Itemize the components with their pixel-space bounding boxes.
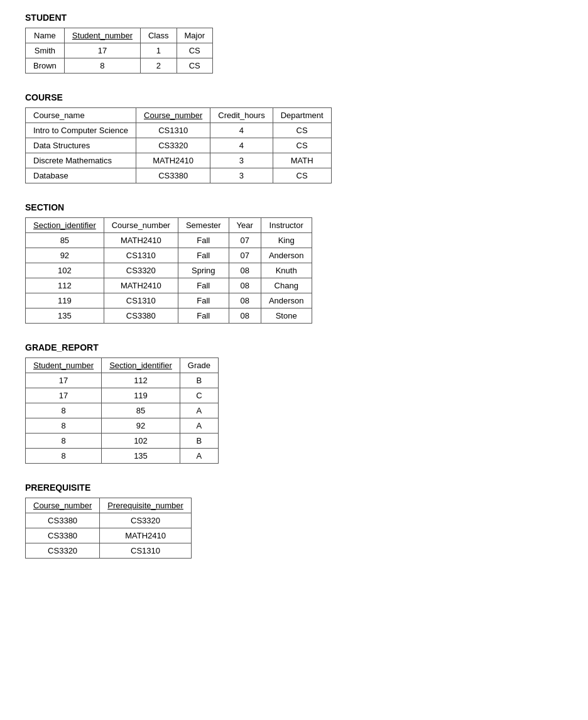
grade-report-title: GRADE_REPORT bbox=[25, 342, 563, 352]
table-cell: CS1310 bbox=[100, 543, 192, 559]
table-cell: Fall bbox=[178, 308, 229, 324]
table-cell: Discrete Mathematics bbox=[26, 153, 136, 168]
table-cell: 17 bbox=[26, 388, 102, 403]
table-cell: 8 bbox=[26, 434, 102, 449]
student-header-row: Name Student_number Class Major bbox=[26, 28, 213, 43]
table-cell: 8 bbox=[26, 418, 102, 434]
table-cell: 08 bbox=[229, 263, 261, 278]
table-cell: CS bbox=[273, 168, 331, 183]
table-cell: Fall bbox=[178, 293, 229, 308]
table-row: 8102B bbox=[26, 434, 219, 449]
course-col-dept: Department bbox=[273, 108, 331, 123]
table-cell: MATH2410 bbox=[104, 278, 178, 293]
prerequisite-header-row: Course_number Prerequisite_number bbox=[26, 498, 192, 513]
table-cell: Brown bbox=[26, 58, 65, 74]
student-table: Name Student_number Class Major Smith171… bbox=[25, 28, 213, 74]
table-cell: Anderson bbox=[261, 248, 312, 263]
student-col-name: Name bbox=[26, 28, 65, 43]
course-col-name: Course_name bbox=[26, 108, 136, 123]
grade-col-section: Section_identifier bbox=[102, 358, 180, 373]
table-row: DatabaseCS33803CS bbox=[26, 168, 332, 183]
section-table: Section_identifier Course_number Semeste… bbox=[25, 217, 312, 324]
table-cell: 112 bbox=[102, 373, 180, 388]
prereq-col-course: Course_number bbox=[26, 498, 100, 513]
table-cell: CS1310 bbox=[104, 293, 178, 308]
table-cell: B bbox=[180, 373, 218, 388]
table-cell: 08 bbox=[229, 278, 261, 293]
grade-col-grade: Grade bbox=[180, 358, 218, 373]
table-row: Intro to Computer ScienceCS13104CS bbox=[26, 123, 332, 138]
table-cell: 102 bbox=[102, 434, 180, 449]
table-cell: CS bbox=[177, 58, 213, 74]
student-col-number: Student_number bbox=[64, 28, 140, 43]
section-title: SECTION bbox=[25, 202, 563, 212]
table-cell: CS3380 bbox=[136, 168, 210, 183]
table-row: 92CS1310Fall07Anderson bbox=[26, 248, 312, 263]
grade-report-section: GRADE_REPORT Student_number Section_iden… bbox=[25, 342, 563, 464]
table-cell: Fall bbox=[178, 248, 229, 263]
table-row: Brown82CS bbox=[26, 58, 213, 74]
prereq-col-prereq: Prerequisite_number bbox=[100, 498, 192, 513]
table-cell: A bbox=[180, 403, 218, 418]
table-cell: 92 bbox=[26, 248, 104, 263]
table-cell: A bbox=[180, 449, 218, 464]
table-cell: MATH2410 bbox=[136, 153, 210, 168]
table-row: 885A bbox=[26, 403, 219, 418]
table-cell: 85 bbox=[102, 403, 180, 418]
table-row: Smith171CS bbox=[26, 43, 213, 58]
table-cell: 102 bbox=[26, 263, 104, 278]
table-cell: Data Structures bbox=[26, 138, 136, 153]
table-cell: CS bbox=[273, 123, 331, 138]
table-cell: 17 bbox=[26, 373, 102, 388]
table-cell: 8 bbox=[26, 449, 102, 464]
table-cell: Fall bbox=[178, 233, 229, 248]
table-cell: CS1310 bbox=[104, 248, 178, 263]
table-cell: CS3320 bbox=[136, 138, 210, 153]
table-cell: 135 bbox=[26, 308, 104, 324]
table-row: CS3380MATH2410 bbox=[26, 528, 192, 543]
table-cell: Chang bbox=[261, 278, 312, 293]
table-cell: Intro to Computer Science bbox=[26, 123, 136, 138]
table-row: Discrete MathematicsMATH24103MATH bbox=[26, 153, 332, 168]
table-cell: 4 bbox=[210, 138, 273, 153]
table-cell: 8 bbox=[26, 403, 102, 418]
table-cell: CS3320 bbox=[104, 263, 178, 278]
table-cell: Anderson bbox=[261, 293, 312, 308]
table-cell: 07 bbox=[229, 233, 261, 248]
table-cell: MATH2410 bbox=[100, 528, 192, 543]
table-cell: CS3380 bbox=[104, 308, 178, 324]
course-col-credits: Credit_hours bbox=[210, 108, 273, 123]
table-row: 112MATH2410Fall08Chang bbox=[26, 278, 312, 293]
section-header-row: Section_identifier Course_number Semeste… bbox=[26, 218, 312, 233]
table-row: 8135A bbox=[26, 449, 219, 464]
table-row: 135CS3380Fall08Stone bbox=[26, 308, 312, 324]
table-row: 85MATH2410Fall07King bbox=[26, 233, 312, 248]
table-cell: C bbox=[180, 388, 218, 403]
table-row: 119CS1310Fall08Anderson bbox=[26, 293, 312, 308]
table-cell: 1 bbox=[140, 43, 177, 58]
grade-report-table: Student_number Section_identifier Grade … bbox=[25, 357, 219, 464]
table-row: 17112B bbox=[26, 373, 219, 388]
table-cell: 2 bbox=[140, 58, 177, 74]
table-cell: A bbox=[180, 418, 218, 434]
prerequisite-section: PREREQUISITE Course_number Prerequisite_… bbox=[25, 483, 563, 559]
table-cell: Knuth bbox=[261, 263, 312, 278]
course-table: Course_name Course_number Credit_hours D… bbox=[25, 107, 332, 183]
table-cell: 17 bbox=[64, 43, 140, 58]
student-section: STUDENT Name Student_number Class Major … bbox=[25, 13, 563, 74]
prerequisite-table: Course_number Prerequisite_number CS3380… bbox=[25, 498, 192, 559]
student-col-major: Major bbox=[177, 28, 213, 43]
course-title: COURSE bbox=[25, 92, 563, 102]
table-cell: 08 bbox=[229, 293, 261, 308]
table-cell: 3 bbox=[210, 168, 273, 183]
table-cell: 8 bbox=[64, 58, 140, 74]
table-cell: Spring bbox=[178, 263, 229, 278]
table-cell: Stone bbox=[261, 308, 312, 324]
table-cell: 08 bbox=[229, 308, 261, 324]
table-cell: 92 bbox=[102, 418, 180, 434]
table-cell: MATH bbox=[273, 153, 331, 168]
table-cell: CS bbox=[273, 138, 331, 153]
table-cell: 119 bbox=[102, 388, 180, 403]
table-cell: 119 bbox=[26, 293, 104, 308]
section-col-course: Course_number bbox=[104, 218, 178, 233]
